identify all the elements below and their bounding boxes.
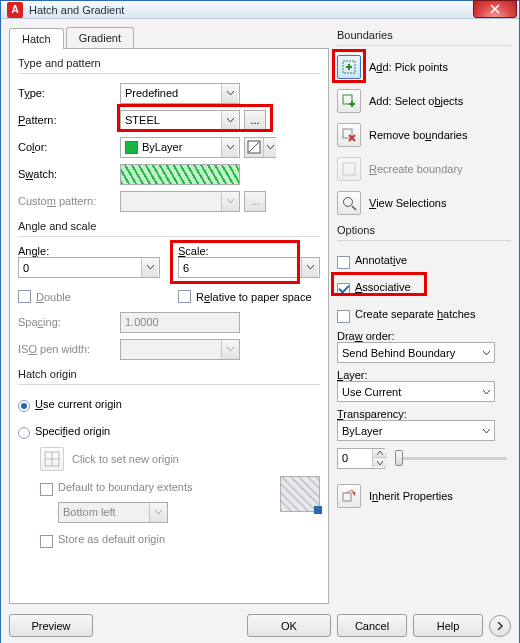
right-pane: Boundaries Add: Pick points Add: Select … — [337, 27, 511, 604]
add-pick-points-button[interactable] — [337, 55, 361, 79]
pick-points-add-icon — [341, 59, 357, 75]
expand-button[interactable] — [489, 615, 511, 637]
label-add-pick-points[interactable]: Add: Pick points — [369, 61, 448, 73]
label-remove-boundaries[interactable]: Remove boundaries — [369, 129, 467, 141]
label-custom-pattern: Custom pattern: — [18, 195, 120, 207]
specified-origin-radio[interactable] — [18, 427, 30, 439]
close-button[interactable] — [473, 0, 517, 18]
chevron-down-icon — [221, 111, 238, 130]
draw-order-combo[interactable]: Send Behind Boundary — [337, 342, 495, 363]
label-annotative: Annotative — [355, 254, 407, 266]
iso-pen-combo — [120, 339, 240, 360]
annotative-checkbox[interactable] — [337, 256, 350, 269]
origin-preview-icon — [280, 476, 320, 512]
chevron-down-icon — [141, 258, 158, 277]
chevron-down-icon — [221, 138, 238, 157]
type-combo[interactable]: Predefined — [120, 83, 240, 104]
remove-icon — [341, 127, 357, 143]
pattern-value: STEEL — [125, 114, 221, 126]
chevron-down-icon — [263, 138, 276, 157]
color-value: ByLayer — [142, 141, 221, 153]
label-spacing: Spacing: — [18, 316, 120, 328]
remove-boundaries-button[interactable] — [337, 123, 361, 147]
label-add-select-objects[interactable]: Add: Select objects — [369, 95, 463, 107]
swatch-preview[interactable] — [120, 164, 240, 185]
label-separate-hatches: Create separate hatches — [355, 308, 475, 320]
tab-hatch[interactable]: Hatch — [9, 28, 64, 49]
custom-pattern-browse: ... — [244, 191, 266, 212]
none-diagonal-icon — [247, 140, 261, 154]
bg-color-button[interactable] — [244, 137, 276, 158]
label-pattern: Pattern: — [18, 114, 120, 126]
scale-value: 6 — [183, 262, 301, 274]
chevron-up-icon[interactable] — [373, 449, 387, 458]
chevron-down-icon — [301, 258, 318, 277]
pattern-browse-button[interactable]: ... — [244, 110, 266, 131]
chevron-down-icon — [221, 192, 238, 211]
boundaries-title: Boundaries — [337, 29, 511, 41]
transparency-slider[interactable] — [391, 457, 511, 460]
color-combo[interactable]: ByLayer — [120, 137, 240, 158]
double-checkbox — [18, 290, 31, 303]
preview-button[interactable]: Preview — [9, 614, 93, 637]
label-draw-order: Draw order: — [337, 330, 511, 342]
app-icon: A — [7, 2, 23, 18]
custom-pattern-combo — [120, 191, 240, 212]
label-swatch: Swatch: — [18, 168, 120, 180]
pattern-combo[interactable]: STEEL — [120, 110, 240, 131]
label-iso-pen: ISO pen width: — [18, 343, 120, 355]
client-area: Hatch Gradient Type and pattern Type: Pr… — [1, 19, 519, 610]
label-inherit-properties[interactable]: Inherit Properties — [369, 490, 453, 502]
target-icon — [44, 451, 60, 467]
chevron-down-icon — [221, 84, 238, 103]
label-recreate-boundary: Recreate boundary — [369, 163, 463, 175]
use-current-origin-radio[interactable] — [18, 400, 30, 412]
recreate-icon — [341, 161, 357, 177]
inherit-properties-button[interactable] — [337, 484, 361, 508]
svg-point-6 — [344, 198, 353, 207]
tab-panel-hatch: Type and pattern Type: Predefined Patter… — [9, 48, 329, 604]
chevron-down-icon — [149, 503, 166, 522]
label-double: Double — [36, 291, 71, 303]
cancel-button[interactable]: Cancel — [337, 614, 407, 637]
slider-thumb[interactable] — [395, 450, 403, 466]
group-angle-scale: Angle and scale — [18, 220, 320, 232]
label-store-default: Store as default origin — [58, 533, 165, 545]
spinner-buttons[interactable] — [372, 449, 387, 467]
label-layer: Layer: — [337, 369, 511, 381]
label-view-selections[interactable]: View Selections — [369, 197, 446, 209]
chevron-down-icon[interactable] — [373, 458, 387, 467]
label-specified-origin: Specified origin — [35, 425, 110, 437]
tab-strip: Hatch Gradient — [9, 27, 329, 48]
dialog-window: A Hatch and Gradient Hatch Gradient Type… — [0, 0, 520, 643]
separate-hatches-checkbox[interactable] — [337, 310, 350, 323]
label-transparency: Transparency: — [337, 408, 511, 420]
ok-button[interactable]: OK — [247, 614, 331, 637]
store-default-checkbox — [40, 535, 53, 548]
view-selections-button[interactable] — [337, 191, 361, 215]
angle-value: 0 — [23, 262, 141, 274]
transparency-combo[interactable]: ByLayer — [337, 420, 495, 441]
transparency-spinner[interactable]: 0 — [337, 448, 385, 469]
type-value: Predefined — [125, 87, 221, 99]
layer-combo[interactable]: Use Current — [337, 381, 495, 402]
label-angle: Angle: — [18, 245, 160, 257]
extents-position-combo: Bottom left — [58, 502, 168, 523]
add-select-objects-button[interactable] — [337, 89, 361, 113]
group-hatch-origin: Hatch origin — [18, 368, 320, 380]
chevron-down-icon — [221, 340, 238, 359]
window-title: Hatch and Gradient — [29, 4, 124, 16]
angle-combo[interactable]: 0 — [18, 257, 160, 278]
label-default-extents: Default to boundary extents — [58, 481, 193, 493]
titlebar[interactable]: A Hatch and Gradient — [1, 1, 519, 19]
button-bar: Preview OK Cancel Help — [1, 610, 519, 643]
label-associative: Associative — [355, 281, 411, 293]
relative-checkbox[interactable] — [178, 290, 191, 303]
select-objects-add-icon — [341, 93, 357, 109]
svg-rect-5 — [343, 163, 355, 175]
associative-checkbox[interactable] — [337, 283, 350, 296]
label-type: Type: — [18, 87, 120, 99]
tab-gradient[interactable]: Gradient — [66, 27, 134, 48]
help-button[interactable]: Help — [413, 614, 483, 637]
scale-combo[interactable]: 6 — [178, 257, 320, 278]
